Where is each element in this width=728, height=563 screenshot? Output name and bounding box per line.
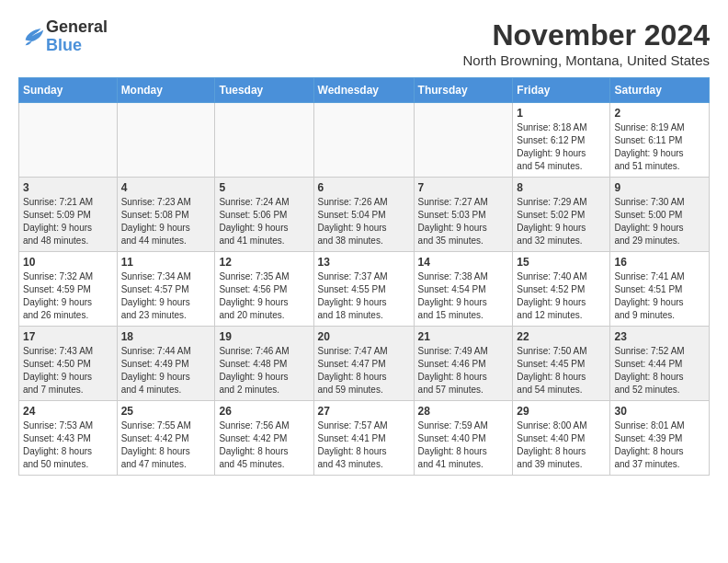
calendar-cell: 19Sunrise: 7:46 AM Sunset: 4:48 PM Dayli… [215, 327, 313, 401]
calendar-cell: 18Sunrise: 7:44 AM Sunset: 4:49 PM Dayli… [117, 327, 215, 401]
calendar-cell: 28Sunrise: 7:59 AM Sunset: 4:40 PM Dayli… [414, 401, 513, 476]
day-number: 9 [614, 181, 705, 194]
day-number: 21 [418, 330, 509, 343]
day-info: Sunrise: 7:38 AM Sunset: 4:54 PM Dayligh… [418, 270, 509, 322]
day-number: 13 [318, 256, 410, 269]
day-number: 18 [121, 330, 211, 343]
calendar-cell: 27Sunrise: 7:57 AM Sunset: 4:41 PM Dayli… [313, 401, 414, 476]
day-info: Sunrise: 7:30 AM Sunset: 5:00 PM Dayligh… [614, 196, 705, 247]
day-number: 22 [517, 330, 606, 343]
day-number: 20 [318, 330, 410, 343]
day-info: Sunrise: 7:24 AM Sunset: 5:06 PM Dayligh… [219, 196, 309, 247]
day-number: 5 [219, 181, 309, 194]
day-info: Sunrise: 7:55 AM Sunset: 4:42 PM Dayligh… [121, 419, 211, 471]
week-row-1: 3Sunrise: 7:21 AM Sunset: 5:09 PM Daylig… [19, 178, 710, 252]
calendar-cell: 21Sunrise: 7:49 AM Sunset: 4:46 PM Dayli… [414, 327, 513, 401]
header: General Blue November 2024 North Brownin… [18, 18, 710, 68]
calendar-cell: 2Sunrise: 8:19 AM Sunset: 6:11 PM Daylig… [610, 103, 710, 178]
day-number: 30 [614, 405, 705, 418]
calendar-cell [117, 103, 215, 178]
day-number: 23 [614, 330, 705, 343]
day-number: 16 [614, 256, 705, 269]
calendar: SundayMondayTuesdayWednesdayThursdayFrid… [18, 77, 710, 476]
calendar-cell: 6Sunrise: 7:26 AM Sunset: 5:04 PM Daylig… [313, 178, 414, 252]
calendar-cell: 10Sunrise: 7:32 AM Sunset: 4:59 PM Dayli… [19, 252, 118, 327]
day-number: 8 [517, 181, 606, 194]
week-row-0: 1Sunrise: 8:18 AM Sunset: 6:12 PM Daylig… [19, 103, 710, 178]
day-number: 17 [23, 330, 113, 343]
calendar-cell [19, 103, 118, 178]
calendar-cell: 8Sunrise: 7:29 AM Sunset: 5:02 PM Daylig… [513, 178, 610, 252]
calendar-cell [414, 103, 513, 178]
day-info: Sunrise: 7:32 AM Sunset: 4:59 PM Dayligh… [23, 270, 113, 322]
day-info: Sunrise: 7:27 AM Sunset: 5:03 PM Dayligh… [418, 196, 509, 247]
calendar-cell: 12Sunrise: 7:35 AM Sunset: 4:56 PM Dayli… [215, 252, 313, 327]
calendar-cell: 23Sunrise: 7:52 AM Sunset: 4:44 PM Dayli… [610, 327, 710, 401]
day-number: 28 [418, 405, 509, 418]
logo: General Blue [18, 18, 108, 55]
location: North Browning, Montana, United States [463, 52, 710, 68]
day-number: 2 [614, 107, 705, 120]
calendar-cell: 20Sunrise: 7:47 AM Sunset: 4:47 PM Dayli… [313, 327, 414, 401]
day-info: Sunrise: 7:56 AM Sunset: 4:42 PM Dayligh… [219, 419, 309, 471]
logo-general-text: General [46, 18, 108, 37]
logo-bird-icon [20, 22, 46, 48]
calendar-cell: 5Sunrise: 7:24 AM Sunset: 5:06 PM Daylig… [215, 178, 313, 252]
day-info: Sunrise: 8:01 AM Sunset: 4:39 PM Dayligh… [614, 419, 705, 471]
day-number: 15 [517, 256, 606, 269]
calendar-cell: 24Sunrise: 7:53 AM Sunset: 4:43 PM Dayli… [19, 401, 118, 476]
day-info: Sunrise: 7:57 AM Sunset: 4:41 PM Dayligh… [318, 419, 410, 471]
day-info: Sunrise: 7:59 AM Sunset: 4:40 PM Dayligh… [418, 419, 509, 471]
calendar-cell: 30Sunrise: 8:01 AM Sunset: 4:39 PM Dayli… [610, 401, 710, 476]
column-header-saturday: Saturday [610, 78, 710, 103]
day-number: 19 [219, 330, 309, 343]
calendar-cell: 26Sunrise: 7:56 AM Sunset: 4:42 PM Dayli… [215, 401, 313, 476]
day-info: Sunrise: 7:26 AM Sunset: 5:04 PM Dayligh… [318, 196, 410, 247]
calendar-cell: 15Sunrise: 7:40 AM Sunset: 4:52 PM Dayli… [513, 252, 610, 327]
column-header-friday: Friday [513, 78, 610, 103]
day-number: 26 [219, 405, 309, 418]
column-header-monday: Monday [117, 78, 215, 103]
day-number: 3 [23, 181, 113, 194]
title-area: November 2024 North Browning, Montana, U… [463, 18, 710, 68]
day-number: 24 [23, 405, 113, 418]
day-info: Sunrise: 7:53 AM Sunset: 4:43 PM Dayligh… [23, 419, 113, 471]
day-number: 29 [517, 405, 606, 418]
calendar-cell: 9Sunrise: 7:30 AM Sunset: 5:00 PM Daylig… [610, 178, 710, 252]
day-number: 4 [121, 181, 211, 194]
calendar-cell: 3Sunrise: 7:21 AM Sunset: 5:09 PM Daylig… [19, 178, 118, 252]
column-header-tuesday: Tuesday [215, 78, 313, 103]
day-info: Sunrise: 7:44 AM Sunset: 4:49 PM Dayligh… [121, 345, 211, 396]
day-info: Sunrise: 7:47 AM Sunset: 4:47 PM Dayligh… [318, 345, 410, 396]
day-number: 7 [418, 181, 509, 194]
calendar-header-row: SundayMondayTuesdayWednesdayThursdayFrid… [19, 78, 710, 103]
day-number: 1 [517, 107, 606, 120]
day-number: 27 [318, 405, 410, 418]
logo-blue-text: Blue [46, 37, 108, 55]
calendar-cell [313, 103, 414, 178]
calendar-cell: 7Sunrise: 7:27 AM Sunset: 5:03 PM Daylig… [414, 178, 513, 252]
day-info: Sunrise: 7:23 AM Sunset: 5:08 PM Dayligh… [121, 196, 211, 247]
calendar-cell: 11Sunrise: 7:34 AM Sunset: 4:57 PM Dayli… [117, 252, 215, 327]
day-info: Sunrise: 7:52 AM Sunset: 4:44 PM Dayligh… [614, 345, 705, 396]
day-info: Sunrise: 7:50 AM Sunset: 4:45 PM Dayligh… [517, 345, 606, 396]
day-info: Sunrise: 7:21 AM Sunset: 5:09 PM Dayligh… [23, 196, 113, 247]
day-info: Sunrise: 7:40 AM Sunset: 4:52 PM Dayligh… [517, 270, 606, 322]
day-info: Sunrise: 8:00 AM Sunset: 4:40 PM Dayligh… [517, 419, 606, 471]
day-info: Sunrise: 7:34 AM Sunset: 4:57 PM Dayligh… [121, 270, 211, 322]
day-info: Sunrise: 7:49 AM Sunset: 4:46 PM Dayligh… [418, 345, 509, 396]
calendar-cell: 1Sunrise: 8:18 AM Sunset: 6:12 PM Daylig… [513, 103, 610, 178]
calendar-cell: 22Sunrise: 7:50 AM Sunset: 4:45 PM Dayli… [513, 327, 610, 401]
month-title: November 2024 [463, 18, 710, 52]
calendar-cell: 17Sunrise: 7:43 AM Sunset: 4:50 PM Dayli… [19, 327, 118, 401]
day-number: 25 [121, 405, 211, 418]
day-info: Sunrise: 7:37 AM Sunset: 4:55 PM Dayligh… [318, 270, 410, 322]
day-info: Sunrise: 7:29 AM Sunset: 5:02 PM Dayligh… [517, 196, 606, 247]
calendar-cell: 13Sunrise: 7:37 AM Sunset: 4:55 PM Dayli… [313, 252, 414, 327]
calendar-body: 1Sunrise: 8:18 AM Sunset: 6:12 PM Daylig… [19, 103, 710, 476]
day-number: 10 [23, 256, 113, 269]
calendar-cell [215, 103, 313, 178]
day-number: 14 [418, 256, 509, 269]
week-row-2: 10Sunrise: 7:32 AM Sunset: 4:59 PM Dayli… [19, 252, 710, 327]
calendar-cell: 14Sunrise: 7:38 AM Sunset: 4:54 PM Dayli… [414, 252, 513, 327]
